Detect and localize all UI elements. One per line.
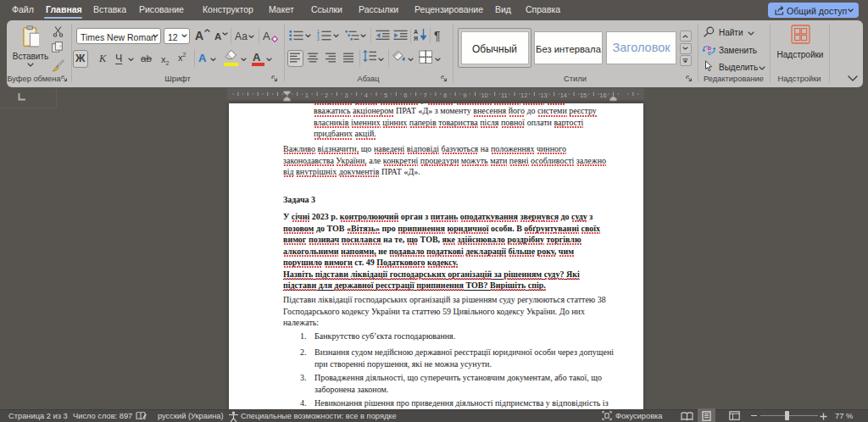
svg-text:c: c bbox=[708, 49, 711, 55]
svg-text:А: А bbox=[414, 29, 418, 35]
svg-text:Я: Я bbox=[414, 36, 418, 42]
svg-text:3: 3 bbox=[317, 37, 320, 41]
